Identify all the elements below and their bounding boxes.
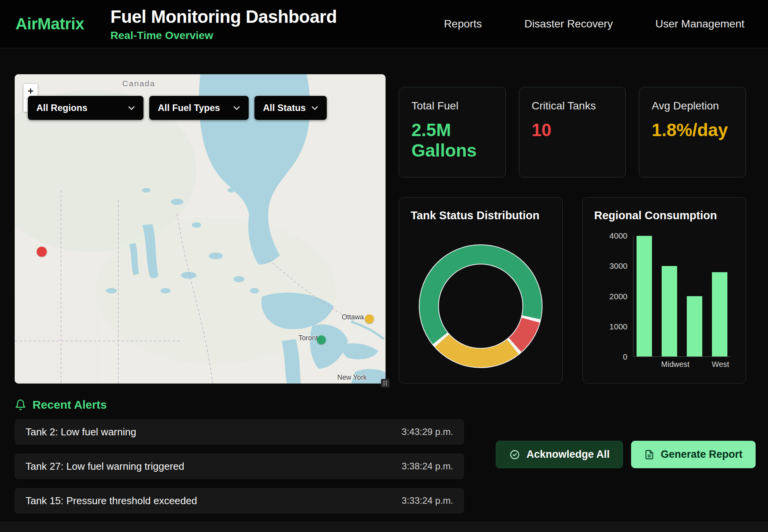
stat-value: 10 bbox=[532, 120, 613, 140]
map-marker-normal[interactable] bbox=[317, 336, 326, 344]
alert-text: Tank 27: Low fuel warning triggered bbox=[26, 460, 184, 472]
alert-row[interactable]: Tank 27: Low fuel warning triggered 3:38… bbox=[15, 454, 464, 479]
bar-x-label bbox=[636, 360, 652, 369]
acknowledge-all-button[interactable]: Acknowledge All bbox=[496, 441, 623, 468]
document-icon bbox=[644, 450, 654, 460]
bar bbox=[687, 236, 702, 356]
map-filters: All Regions All Fuel Types All Status bbox=[28, 96, 327, 120]
main-content: Canada Ottawa Toronto New York + − All R… bbox=[0, 48, 768, 384]
map-panel: Canada Ottawa Toronto New York + − All R… bbox=[15, 74, 386, 384]
map-marker-warning[interactable] bbox=[365, 314, 374, 323]
nav-reports[interactable]: Reports bbox=[444, 18, 482, 30]
stat-label: Avg Depletion bbox=[652, 100, 733, 112]
generate-report-button[interactable]: Generate Report bbox=[631, 441, 756, 468]
bar-xlabels: MidwestWest bbox=[633, 360, 730, 369]
map-drag-handle-icon[interactable] bbox=[381, 379, 389, 387]
bottom-strip bbox=[0, 522, 768, 532]
alert-timestamp: 3:43:29 p.m. bbox=[402, 426, 453, 437]
stat-label: Total Fuel bbox=[411, 100, 493, 112]
bar bbox=[662, 236, 677, 356]
alert-timestamp: 3:33:24 p.m. bbox=[402, 495, 453, 506]
bar-y-tick: 2000 bbox=[609, 292, 628, 301]
map-marker-critical[interactable] bbox=[37, 247, 47, 257]
app-logo[interactable]: AirMatrix bbox=[15, 15, 84, 33]
bar bbox=[637, 236, 652, 356]
status-filter-dropdown[interactable]: All Status bbox=[254, 96, 327, 120]
chevron-down-icon bbox=[311, 106, 318, 110]
alerts-section: Recent Alerts Tank 2: Low fuel warning 3… bbox=[0, 384, 768, 513]
stats-row: Total Fuel 2.5M Gallons Critical Tanks 1… bbox=[399, 87, 746, 177]
alert-timestamp: 3:38:24 p.m. bbox=[402, 461, 453, 472]
bar-y-tick: 3000 bbox=[609, 261, 628, 271]
main-nav: Reports Disaster Recovery User Managemen… bbox=[444, 18, 744, 30]
alert-row[interactable]: Tank 15: Pressure threshold exceeded 3:3… bbox=[15, 488, 464, 513]
right-column: Total Fuel 2.5M Gallons Critical Tanks 1… bbox=[399, 74, 746, 384]
bar-x-label bbox=[686, 360, 702, 369]
grip-dots-icon bbox=[383, 380, 387, 386]
chevron-down-icon bbox=[128, 106, 135, 110]
bar bbox=[712, 236, 727, 356]
stat-label: Critical Tanks bbox=[532, 100, 613, 112]
title-block: Fuel Monitoring Dashboard Real-Time Over… bbox=[111, 6, 337, 42]
header: AirMatrix Fuel Monitoring Dashboard Real… bbox=[0, 0, 768, 48]
bar-plot-wrap: MidwestWest bbox=[633, 236, 730, 369]
charts-row: Tank Status Distribution Regional Consum… bbox=[399, 197, 746, 384]
bar-chart: 01000200030004000 MidwestWest bbox=[594, 236, 734, 369]
bell-icon bbox=[15, 399, 26, 411]
nav-user-management[interactable]: User Management bbox=[655, 18, 744, 30]
acknowledge-all-label: Acknowledge All bbox=[526, 448, 609, 460]
bar-y-tick: 1000 bbox=[609, 322, 628, 331]
region-filter-dropdown[interactable]: All Regions bbox=[28, 96, 143, 120]
donut-hole bbox=[438, 264, 523, 349]
bar-y-tick: 0 bbox=[623, 352, 628, 361]
tank-status-card: Tank Status Distribution bbox=[399, 197, 563, 384]
alerts-title: Recent Alerts bbox=[32, 398, 107, 411]
fuel-type-filter-dropdown[interactable]: All Fuel Types bbox=[149, 96, 249, 120]
alert-actions: Acknowledge All Generate Report bbox=[496, 441, 756, 468]
donut-chart-title: Tank Status Distribution bbox=[411, 209, 551, 222]
generate-report-label: Generate Report bbox=[660, 448, 742, 460]
stat-card-total-fuel: Total Fuel 2.5M Gallons bbox=[399, 87, 506, 177]
regional-consumption-card: Regional Consumption 01000200030004000 M… bbox=[582, 197, 746, 384]
stat-card-avg-depletion: Avg Depletion 1.8%/day bbox=[639, 87, 746, 177]
alert-list: Tank 2: Low fuel warning 3:43:29 p.m. Ta… bbox=[15, 419, 464, 513]
chevron-down-icon bbox=[233, 106, 240, 110]
stat-card-critical-tanks: Critical Tanks 10 bbox=[519, 87, 626, 177]
stat-value: 2.5M Gallons bbox=[411, 120, 493, 161]
status-filter-label: All Status bbox=[263, 102, 306, 113]
bar-chart-title: Regional Consumption bbox=[594, 209, 734, 222]
bar-plot bbox=[633, 236, 730, 357]
fuel-type-filter-label: All Fuel Types bbox=[158, 102, 220, 113]
nav-disaster-recovery[interactable]: Disaster Recovery bbox=[524, 18, 613, 30]
check-circle-icon bbox=[509, 449, 520, 460]
donut-chart bbox=[419, 244, 543, 368]
stat-value: 1.8%/day bbox=[652, 120, 733, 140]
alert-row[interactable]: Tank 2: Low fuel warning 3:43:29 p.m. bbox=[15, 419, 464, 445]
bar-x-label: Midwest bbox=[661, 360, 677, 369]
alerts-header: Recent Alerts bbox=[15, 398, 756, 411]
map[interactable]: Canada Ottawa Toronto New York + − All R… bbox=[15, 74, 386, 384]
bar-y-tick: 4000 bbox=[609, 231, 628, 240]
alert-text: Tank 2: Low fuel warning bbox=[26, 426, 136, 438]
alert-text: Tank 15: Pressure threshold exceeded bbox=[26, 495, 197, 507]
bar-yaxis: 01000200030004000 bbox=[594, 236, 633, 357]
page-subtitle: Real-Time Overview bbox=[111, 29, 337, 42]
region-filter-label: All Regions bbox=[36, 102, 87, 113]
map-terrain bbox=[15, 74, 386, 384]
page-title: Fuel Monitoring Dashboard bbox=[111, 6, 337, 27]
bar-x-label: West bbox=[712, 360, 727, 369]
